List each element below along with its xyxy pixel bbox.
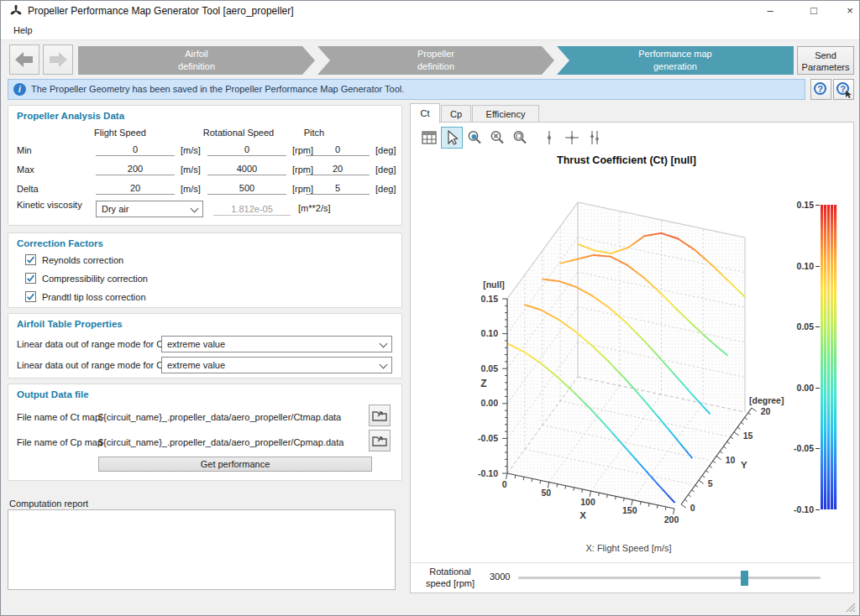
cross-marker-icon: [562, 128, 582, 148]
folder-open-icon: [370, 431, 390, 451]
unit-label: [m/s]: [181, 145, 201, 155]
help-button[interactable]: ?: [810, 79, 831, 100]
forward-arrow-icon: [44, 45, 72, 74]
browse-cp-map-button[interactable]: [369, 430, 391, 452]
colorbar: [821, 205, 837, 509]
svg-text:200: 200: [664, 514, 679, 525]
max-flight-speed-input[interactable]: [96, 162, 175, 175]
svg-text:100: 100: [580, 497, 595, 507]
min-rotational-speed-input[interactable]: [207, 143, 286, 156]
cd-mode-label: Linear data out of range mode for Cd: [17, 360, 168, 370]
select-cursor-button[interactable]: [441, 127, 463, 149]
section-title: Airfoil Table Properties: [17, 319, 123, 329]
svg-text:0.15: 0.15: [481, 294, 499, 304]
close-button[interactable]: ×: [837, 1, 860, 21]
tab-efficiency[interactable]: Efficiency: [472, 105, 539, 123]
minimize-button[interactable]: –: [758, 1, 783, 21]
double-marker-button[interactable]: [584, 127, 606, 149]
delta-flight-speed-input[interactable]: [96, 181, 175, 195]
unit-label: [m/s]: [181, 164, 201, 175]
airfoil-table-properties-group: Airfoil Table Properties Linear data out…: [8, 313, 402, 378]
checkbox-label[interactable]: Compressibility correction: [42, 274, 148, 284]
rotational-speed-slider-track[interactable]: [518, 577, 821, 579]
data-table-button[interactable]: [418, 127, 440, 149]
get-performance-button[interactable]: Get performance: [98, 457, 372, 472]
slider-label-line2: speed [rpm]: [426, 578, 475, 588]
svg-text:0: 0: [502, 479, 507, 489]
svg-text:Y: Y: [741, 460, 747, 470]
prandtl-tip-loss-checkbox[interactable]: [25, 291, 36, 302]
rotational-speed-slider-handle[interactable]: [741, 571, 748, 586]
svg-text:X: X: [579, 510, 586, 520]
colorbar-tick-label: 0.10: [779, 261, 814, 271]
menu-help[interactable]: Help: [6, 23, 40, 38]
compressibility-correction-checkbox[interactable]: [25, 273, 36, 284]
forward-button[interactable]: [43, 44, 73, 75]
cl-mode-select[interactable]: extreme value: [161, 336, 392, 352]
svg-text:10: 10: [726, 455, 736, 465]
cd-mode-select[interactable]: extreme value: [161, 357, 392, 373]
colorbar-tick-label: 0.15: [779, 200, 814, 210]
computation-report-textarea[interactable]: [8, 509, 396, 590]
checkmark-icon: [26, 292, 35, 301]
maximize-button[interactable]: □: [801, 1, 826, 21]
browse-ct-map-button[interactable]: [369, 405, 391, 426]
svg-text:0.00: 0.00: [481, 398, 499, 408]
select-cursor-icon: [442, 128, 462, 148]
min-flight-speed-input[interactable]: [96, 143, 175, 156]
vertical-marker-button[interactable]: [538, 127, 560, 149]
wizard-step-propeller-definition[interactable]: Propeller definition: [317, 46, 554, 75]
row-label-delta: Delta: [17, 184, 39, 194]
svg-text:0.05: 0.05: [481, 363, 499, 373]
zoom-reset-button[interactable]: [509, 127, 531, 149]
wizard-step-airfoil-definition[interactable]: Airfoil definition: [78, 46, 315, 75]
info-icon: i: [13, 83, 26, 96]
tab-ct[interactable]: Ct: [410, 103, 440, 123]
wizard-step-performance-map[interactable]: Performance map generation: [557, 46, 794, 75]
fluid-select-value: Dry air: [102, 204, 128, 214]
resize-grip[interactable]: [843, 602, 857, 613]
delta-rotational-speed-input[interactable]: [207, 181, 286, 195]
row-label-min: Min: [17, 145, 32, 155]
cross-marker-button[interactable]: [561, 127, 583, 149]
max-rotational-speed-input[interactable]: [207, 162, 286, 175]
reynolds-correction-checkbox[interactable]: [25, 254, 36, 265]
colorbar-tick-label: 0.05: [779, 321, 814, 331]
unit-label: [m/s]: [181, 184, 201, 194]
kinetic-viscosity-label: Kinetic viscosity: [17, 200, 84, 210]
3d-surface-plot[interactable]: 050100150200X05101520Y[degree]0.150.100.…: [412, 152, 836, 553]
checkbox-label[interactable]: Reynolds correction: [42, 255, 123, 265]
zoom-reset-icon: [510, 128, 530, 148]
zoom-region-button[interactable]: [464, 127, 485, 149]
step-label-line2: definition: [317, 60, 554, 73]
rotational-speed-value: 3000: [490, 572, 510, 582]
checkbox-label[interactable]: Prandtl tip loss correction: [42, 292, 146, 302]
colorbar-tick: [815, 448, 820, 449]
propeller-analysis-group: Propeller Analysis Data Flight Speed Rot…: [8, 105, 402, 226]
chevron-down-icon: [191, 205, 199, 213]
svg-text:50: 50: [541, 488, 551, 498]
colorbar-tick: [815, 509, 820, 510]
step-label-line1: Performance map: [557, 48, 794, 60]
fluid-select[interactable]: Dry air: [96, 201, 203, 217]
correction-factors-group: Correction Factors Reynolds correction C…: [8, 232, 402, 308]
whats-this-button[interactable]: ?: [833, 79, 854, 100]
ct-map-label: File name of Ct map: [17, 412, 100, 422]
step-label-line1: Airfoil: [78, 48, 315, 60]
delta-pitch-input[interactable]: [306, 181, 370, 195]
pointer-icon: [845, 91, 852, 98]
window-title: Propeller Performance Map Generator Tool…: [28, 5, 294, 17]
step-label-line1: Propeller: [317, 48, 554, 60]
svg-text:[degree]: [degree]: [749, 395, 784, 405]
folder-open-icon: [370, 405, 390, 425]
unit-label: [deg]: [375, 145, 396, 155]
data-table-icon: [419, 128, 439, 148]
back-button[interactable]: [9, 44, 39, 75]
min-pitch-input[interactable]: [306, 143, 370, 156]
zoom-out-button[interactable]: [486, 127, 508, 149]
svg-text:5: 5: [708, 478, 713, 488]
plot-title: Thrust Coefficient (Ct) [null]: [417, 154, 836, 166]
send-parameters-button[interactable]: Send Parameters: [797, 46, 854, 75]
max-pitch-input[interactable]: [306, 162, 370, 175]
tab-cp[interactable]: Cp: [441, 105, 471, 123]
